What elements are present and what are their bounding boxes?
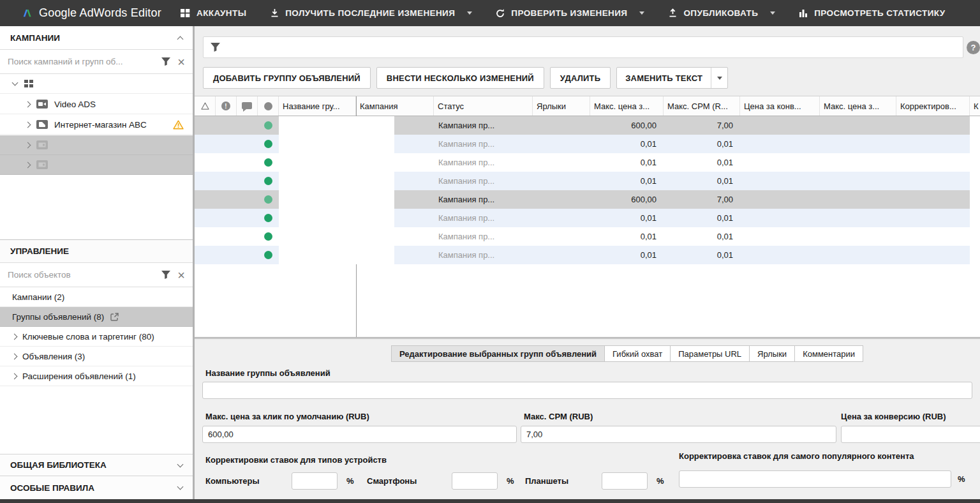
column-header-max-cpc2[interactable]: Макс. цена з... bbox=[820, 96, 896, 116]
replace-text-button[interactable]: ЗАМЕНИТЬ ТЕКСТ bbox=[616, 67, 728, 89]
add-ad-group-button[interactable]: ДОБАВИТЬ ГРУППУ ОБЪЯВЛЕНИЙ bbox=[203, 67, 371, 89]
tab-comments[interactable]: Комментарии bbox=[795, 345, 863, 362]
get-recent-changes-button[interactable]: ПОЛУЧИТЬ ПОСЛЕДНИЕ ИЗМЕНЕНИЯ bbox=[269, 8, 472, 19]
edit-panel: Редактирование выбранных групп объявлени… bbox=[195, 338, 980, 499]
cell-status: Кампания пр... bbox=[434, 209, 533, 227]
conv-cost-input[interactable] bbox=[841, 426, 980, 443]
campaign-item-video-ads[interactable]: Video ADS bbox=[0, 94, 193, 114]
accounts-button[interactable]: АККАУНТЫ bbox=[181, 8, 246, 19]
replace-text-dropdown[interactable] bbox=[711, 68, 727, 88]
cell-max-cpc: 600,00 bbox=[590, 116, 664, 135]
chevron-right-icon[interactable] bbox=[11, 333, 18, 340]
accounts-label: АККАУНТЫ bbox=[197, 8, 246, 18]
chevron-right-icon[interactable] bbox=[25, 101, 31, 107]
tab-url-params[interactable]: Параметры URL bbox=[671, 345, 750, 362]
chevron-down-icon[interactable] bbox=[177, 484, 184, 490]
cell-max-cpc: 0,01 bbox=[590, 172, 664, 190]
tablets-adjustment-input[interactable] bbox=[602, 472, 648, 490]
status-dot-icon bbox=[264, 158, 272, 167]
status-dot-column-icon[interactable] bbox=[258, 96, 279, 116]
account-root-item[interactable] bbox=[0, 74, 193, 94]
max-cpm-input[interactable] bbox=[521, 426, 836, 443]
top-content-adjustment-input[interactable] bbox=[679, 470, 951, 488]
external-link-icon[interactable] bbox=[110, 312, 119, 322]
delete-label: УДАЛИТЬ bbox=[560, 73, 600, 83]
comment-column-icon[interactable] bbox=[237, 96, 258, 116]
sidebar-item-label: Группы объявлений (8) bbox=[12, 312, 104, 322]
column-header-status[interactable]: Статус bbox=[434, 96, 533, 116]
video-campaign-icon bbox=[36, 100, 48, 109]
error-column-icon[interactable]: ! bbox=[216, 96, 237, 116]
column-header-adjustment[interactable]: Корректиров... bbox=[896, 96, 970, 116]
shared-library-section[interactable]: ОБЩАЯ БИБЛИОТЕКА bbox=[0, 454, 193, 476]
chevron-down-icon bbox=[717, 77, 722, 80]
campaign-search-input[interactable] bbox=[8, 57, 154, 66]
max-cpc-input[interactable] bbox=[202, 426, 517, 443]
filter-funnel-icon[interactable] bbox=[161, 57, 171, 66]
sidebar-item-ad-groups[interactable]: Группы объявлений (8) bbox=[0, 307, 193, 327]
percent-sign: % bbox=[507, 476, 514, 486]
column-header-name[interactable]: Название гру... bbox=[279, 96, 356, 116]
sidebar-item-ads[interactable]: Объявления (3) bbox=[0, 347, 193, 366]
object-search-input[interactable] bbox=[8, 270, 154, 280]
chevron-right-icon[interactable] bbox=[25, 121, 31, 128]
campaign-item-redacted[interactable] bbox=[0, 135, 193, 155]
help-icon[interactable]: ? bbox=[967, 41, 980, 54]
custom-rules-section[interactable]: ОСОБЫЕ ПРАВИЛА bbox=[0, 476, 193, 499]
sidebar-item-campaigns[interactable]: Кампании (2) bbox=[0, 287, 193, 307]
campaign-item-internet-shop[interactable]: Интернет-магазин ABC bbox=[0, 115, 193, 135]
sidebar-item-ad-extensions[interactable]: Расширения объявлений (1) bbox=[0, 366, 193, 386]
app-brand: Google AdWords Editor bbox=[22, 6, 161, 20]
filter-funnel-icon[interactable] bbox=[161, 270, 171, 280]
tab-labels[interactable]: Ярлыки bbox=[750, 345, 795, 362]
shared-library-label: ОБЩАЯ БИБЛИОТЕКА bbox=[10, 460, 107, 470]
clear-search-icon[interactable]: × bbox=[177, 269, 185, 282]
cell-max-cpm: 0,01 bbox=[664, 209, 740, 227]
chevron-down-icon[interactable] bbox=[12, 80, 19, 86]
column-header-conv-cost[interactable]: Цена за конв... bbox=[740, 96, 820, 116]
cell-labels bbox=[533, 116, 590, 135]
column-header-labels[interactable]: Ярлыки bbox=[533, 96, 590, 116]
column-header-max-cpm[interactable]: Макс. CPM (R... bbox=[664, 96, 740, 116]
view-stats-button[interactable]: ПРОСМОТРЕТЬ СТАТИСТИКУ bbox=[798, 8, 945, 19]
chevron-down-icon[interactable] bbox=[467, 11, 472, 15]
main-area: ? ДОБАВИТЬ ГРУППУ ОБЪЯВЛЕНИЙ ВНЕСТИ НЕСК… bbox=[195, 26, 980, 499]
check-changes-button[interactable]: ПРОВЕРИТЬ ИЗМЕНЕНИЯ bbox=[495, 8, 644, 19]
phones-adjustment-input[interactable] bbox=[452, 472, 498, 490]
sidebar-item-label: Объявления (3) bbox=[22, 352, 85, 361]
delete-button[interactable]: УДАЛИТЬ bbox=[550, 67, 611, 89]
collapse-chevron-icon[interactable] bbox=[177, 36, 184, 42]
computers-adjustment-input[interactable] bbox=[292, 472, 338, 490]
campaigns-section-header[interactable]: КАМПАНИИ bbox=[0, 26, 193, 50]
cell-max-cpm: 0,01 bbox=[664, 153, 740, 172]
group-name-input[interactable] bbox=[202, 382, 972, 399]
account-grid-icon bbox=[24, 79, 34, 89]
chevron-down-icon[interactable] bbox=[177, 461, 184, 467]
bulk-edit-button[interactable]: ВНЕСТИ НЕСКОЛЬКО ИЗМЕНЕНИЙ bbox=[376, 67, 544, 89]
chevron-right-icon[interactable] bbox=[25, 142, 31, 148]
chevron-down-icon[interactable] bbox=[770, 11, 775, 15]
tab-flexible-reach[interactable]: Гибкий охват bbox=[605, 345, 671, 362]
chevron-down-icon[interactable] bbox=[639, 11, 644, 15]
chevron-right-icon[interactable] bbox=[11, 373, 18, 379]
status-dot-icon bbox=[264, 121, 272, 130]
chevron-right-icon[interactable] bbox=[11, 353, 18, 359]
campaign-item-redacted[interactable] bbox=[0, 155, 193, 175]
chevron-right-icon[interactable] bbox=[25, 161, 31, 168]
column-header-last[interactable]: К bbox=[970, 96, 980, 116]
sidebar-item-label: Кампании (2) bbox=[12, 292, 64, 302]
table-filter-input[interactable] bbox=[226, 43, 956, 52]
clear-search-icon[interactable]: × bbox=[177, 56, 185, 68]
management-section-header: УПРАВЛЕНИЕ bbox=[0, 239, 193, 263]
app-title: Google AdWords Editor bbox=[39, 6, 161, 20]
column-header-max-cpc[interactable]: Макс. цена з... bbox=[590, 96, 664, 116]
cell-max-cpc: 0,01 bbox=[590, 135, 664, 153]
alert-triangle-column-icon[interactable] bbox=[195, 96, 216, 116]
ad-groups-table: ! Название гру... Кампания Статус Ярлыки… bbox=[195, 96, 980, 338]
campaign-search: × bbox=[0, 50, 193, 74]
column-header-campaign[interactable]: Кампания bbox=[356, 96, 434, 116]
tab-edit-selected-groups[interactable]: Редактирование выбранных групп объявлени… bbox=[391, 345, 605, 362]
adwords-logo-icon bbox=[22, 8, 32, 19]
sidebar-item-keywords[interactable]: Ключевые слова и таргетинг (80) bbox=[0, 327, 193, 347]
publish-button[interactable]: ОПУБЛИКОВАТЬ bbox=[667, 8, 775, 19]
